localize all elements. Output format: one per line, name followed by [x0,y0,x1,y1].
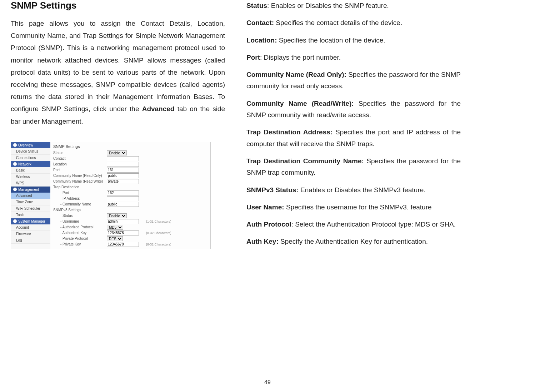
definition-term: Status [246,2,267,9]
settings-screenshot: Overview Device Status Connections Netwo… [11,142,211,249]
row-location: Location [53,162,208,167]
definition-text: Specifies the location of the device. [277,36,385,44]
input-v3-authk[interactable] [107,230,139,235]
definition-term: Auth Protocol [246,220,291,228]
select-v3-status[interactable]: Enable [107,213,127,218]
sidebar-item-firmware[interactable]: Firmware [11,231,50,237]
sidebar-item-tools[interactable]: Tools [11,212,50,218]
input-comm-ro[interactable] [107,173,139,178]
intro-text-1: This page allows you to assign the Conta… [11,20,225,113]
row-v3-privp: - Private Protocol DES [53,236,208,242]
right-column: Status: Enables or Disables the SNMP fea… [246,0,461,253]
definition-text: Specifies the contact details of the dev… [274,19,402,26]
label-v3-privp: - Private Protocol [53,237,107,240]
sidebar-item-account[interactable]: Account [11,224,50,231]
sidebar-label: System Manager [18,219,45,223]
input-port[interactable] [107,168,139,173]
sidebar-item-wps[interactable]: WPS [11,180,50,187]
definition-term: SNMPv3 Status: [246,186,299,194]
label-port: Port [53,168,107,172]
label-v3-user: - Username [53,219,107,223]
panel-title: SNMP Settings [53,144,208,150]
sidebar-label: Overview [18,143,33,147]
row-trap-ip: - IP Address [53,196,208,202]
label-v3-authk: - Authorized Key [53,231,107,235]
label-trap-port: - Port [53,191,107,195]
row-v3-authp: - Authorized Protocol MD5 [53,224,208,230]
intro-paragraph: This page allows you to assign the Conta… [11,18,225,128]
input-trap-ip[interactable] [107,196,139,201]
definition-item: Trap Destination Community Name: Specifi… [246,155,461,179]
definition-term: Port [246,54,260,61]
sidebar-item-basic[interactable]: Basic [11,167,50,174]
sidebar-item-device-status[interactable]: Device Status [11,148,50,155]
sidebar-header-management[interactable]: Management [11,187,50,193]
definition-term: Auth Key: [246,238,279,245]
sidebar-item-wireless[interactable]: Wireless [11,174,50,180]
row-v3-privk: - Private Key (8-32 Characters) [53,242,208,247]
row-trap-port: - Port [53,190,208,196]
definition-text: : Select the Authentication Protocol typ… [291,220,456,228]
note-v3-user: (1-31 Characters) [146,220,171,223]
row-port: Port [53,167,208,173]
definition-item: Auth Protocol: Select the Authentication… [246,219,461,230]
definition-item: Location: Specifies the location of the … [246,35,461,46]
definition-text: : Displays the port number. [260,54,341,61]
sidebar-item-log[interactable]: Log [11,237,50,244]
input-v3-user[interactable] [107,219,139,224]
select-v3-authp[interactable]: MD5 [107,225,123,230]
label-location: Location [53,162,107,166]
row-comm-ro: Community Name (Read Only) [53,173,208,179]
definition-item: SNMPv3 Status: Enables or Disables the S… [246,184,461,196]
network-icon [13,162,17,166]
definition-term: User Name: [246,203,284,211]
definition-text: Enables or Disables the SNMPv3 feature. [299,186,426,194]
sidebar-header-network[interactable]: Network [11,161,50,167]
row-v3-user: - Username (1-31 Characters) [53,219,208,224]
definition-term: Trap Destination Community Name: [246,157,364,165]
input-trap-port[interactable] [107,190,139,195]
sidebar-item-timezone[interactable]: Time Zone [11,199,50,205]
sidebar-header-overview[interactable]: Overview [11,142,50,148]
intro-bold: Advanced [142,105,175,113]
note-v3-privk: (8-32 Characters) [146,243,171,246]
sidebar-item-connections[interactable]: Connections [11,155,50,161]
row-comm-rw: Community Name (Read Write) [53,179,208,184]
row-v3-settings: SNMPv3 Settings [53,207,208,213]
sidebar: Overview Device Status Connections Netwo… [11,142,50,249]
definition-item: User Name: Specifies the username for th… [246,202,461,213]
input-trap-comm[interactable] [107,202,139,207]
definition-item: Community Name (Read Only): Specifies th… [246,69,461,92]
definition-item: Auth Key: Specify the Authentication Key… [246,236,461,247]
input-location[interactable] [107,162,139,167]
sidebar-header-system[interactable]: System Manager [11,218,50,224]
label-v3-settings: SNMPv3 Settings [53,208,107,212]
definition-item: Status: Enables or Disables the SNMP fea… [246,0,461,11]
sidebar-item-wifi-scheduler[interactable]: WiFi Scheduler [11,205,50,212]
user-icon [13,219,17,223]
definition-term: Community Name (Read Only): [246,71,346,78]
label-v3-authp: - Authorized Protocol [53,225,107,229]
select-v3-privp[interactable]: DES [107,236,123,241]
input-contact[interactable] [107,156,139,161]
definition-item: Community Name (Read/Write): Specifies t… [246,98,461,121]
page-container: SNMP Settings This page allows you to as… [0,0,535,253]
definition-item: Port: Displays the port number. [246,52,461,63]
sidebar-label: Management [18,188,39,192]
row-trap-dest: Trap Destination [53,184,208,190]
label-trap-ip: - IP Address [53,197,107,200]
label-trap-comm: - Community Name [53,202,107,206]
label-trap-dest: Trap Destination [53,185,107,189]
gear-icon [13,188,17,191]
row-contact: Contact [53,156,208,162]
definition-term: Location: [246,36,277,44]
select-status[interactable]: Enable [107,150,127,155]
definitions-list: Status: Enables or Disables the SNMP fea… [246,0,461,248]
definition-item: Contact: Specifies the contact details o… [246,17,461,29]
input-comm-rw[interactable] [107,179,139,184]
label-status: Status [53,151,107,155]
page-number: 49 [264,379,271,386]
row-trap-comm: - Community Name [53,202,208,207]
sidebar-item-advanced[interactable]: Advanced [11,193,50,199]
input-v3-privk[interactable] [107,242,139,247]
